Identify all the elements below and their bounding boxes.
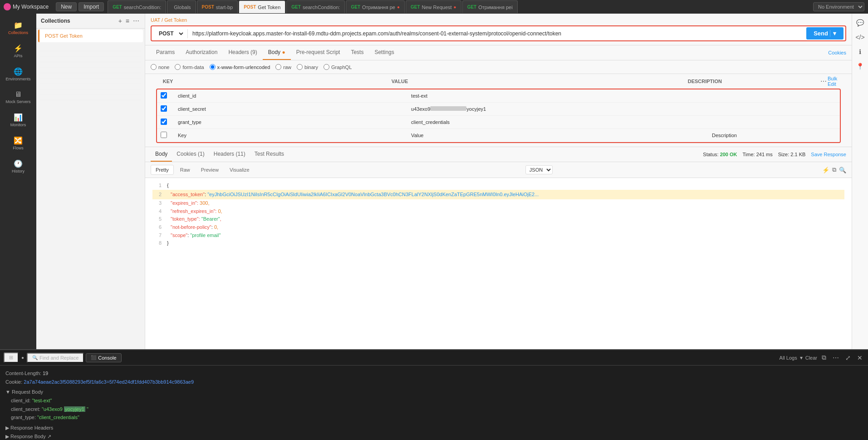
copy-btn[interactable]: ⧉ — [820, 352, 828, 363]
req-tab-headers[interactable]: Headers (9) — [223, 45, 262, 60]
tab-tab7[interactable]: GETNew Request● — [406, 0, 461, 13]
row-checkbox[interactable] — [161, 132, 167, 138]
tab-tab2[interactable]: Globals — [167, 0, 196, 13]
table-row — [157, 116, 840, 129]
resp-body-tab-pretty[interactable]: Pretty — [151, 165, 174, 175]
response-tab-test-results[interactable]: Test Results — [250, 147, 289, 162]
bulk-edit-btn[interactable]: Bulk Edit — [828, 76, 846, 87]
sidebar-item-flows[interactable]: 🔀Flows — [2, 133, 34, 154]
new-button[interactable]: New — [56, 2, 77, 11]
resp-body-tab-raw[interactable]: Raw — [176, 165, 195, 174]
tab-tab8[interactable]: GETОтримання реі — [462, 0, 518, 13]
sidebar-item-environments[interactable]: 🌐Environments — [2, 64, 34, 85]
row-checkbox[interactable] — [161, 105, 167, 112]
desc-input[interactable] — [712, 133, 834, 138]
option-none[interactable]: none — [151, 64, 169, 70]
key-input[interactable] — [178, 93, 400, 99]
req-tab-pre-request[interactable]: Pre-request Script — [291, 45, 346, 60]
search-icon: 🔍 — [32, 355, 38, 360]
row-checkbox[interactable] — [161, 92, 167, 99]
tab-tab1[interactable]: GETsearchCondition: — [108, 0, 166, 13]
table-more-btn[interactable]: ⋯ — [819, 77, 828, 86]
json-content: 1 { 2 "access_token": "eyJhbGciOiJSUzI1N… — [145, 178, 852, 349]
environment-select[interactable]: No Environment — [813, 2, 864, 11]
tab-method: GET — [351, 5, 360, 10]
sidebar-label: Collections — [8, 30, 28, 35]
send-arrow[interactable]: ▾ — [830, 30, 836, 37]
panel-item-uat[interactable]: POST Get Token — [38, 30, 143, 42]
desc-input[interactable] — [712, 106, 834, 112]
req-tab-body[interactable]: Body ● — [263, 45, 291, 60]
console-response-headers[interactable]: ▶ Response Headers — [5, 424, 863, 432]
console-tab[interactable]: ⬛ Console — [86, 353, 121, 362]
more-btn[interactable]: ⋯ — [132, 16, 140, 25]
code-icon[interactable]: </> — [853, 32, 866, 43]
find-replace-tab[interactable]: 🔍 Find and Replace — [27, 353, 84, 363]
clear-button[interactable]: Clear — [805, 355, 817, 361]
key-input[interactable] — [178, 106, 400, 112]
option-binary[interactable]: binary — [297, 64, 318, 70]
workspace-name[interactable]: My Workspace — [4, 3, 49, 10]
save-response-btn[interactable]: Save Response — [811, 152, 846, 157]
value-input[interactable] — [411, 119, 701, 125]
grid-icon-btn[interactable]: ⊞ — [4, 352, 19, 363]
copy-resp-btn[interactable]: ⧉ — [832, 166, 836, 173]
send-button[interactable]: Send ▾ — [806, 27, 843, 40]
info-icon[interactable]: ℹ — [857, 46, 863, 57]
req-tab-params[interactable]: Params — [151, 45, 180, 60]
flows-icon: 🔀 — [14, 136, 23, 145]
method-select[interactable]: POST — [153, 28, 185, 39]
tab-label: Отримання ре — [362, 5, 395, 10]
sidebar-item-history[interactable]: 🕐History — [2, 156, 34, 177]
tab-label: Get Token — [258, 5, 280, 10]
option-graphql[interactable]: GraphQL — [324, 64, 352, 70]
sidebar-item-collections[interactable]: 📁Collections — [2, 17, 34, 39]
tab-tab3[interactable]: POSTstart-bp — [197, 0, 238, 13]
option-urlencoded[interactable]: x-www-form-urlencoded — [210, 64, 270, 70]
menu-btn[interactable]: ≡ — [125, 16, 130, 25]
tab-tab4[interactable]: POSTGet Token — [239, 0, 285, 13]
req-tab-label: Settings — [374, 49, 394, 55]
option-raw[interactable]: raw — [275, 64, 291, 70]
panel-title: Collections — [41, 18, 118, 24]
desc-input[interactable] — [712, 93, 834, 99]
console-response-body[interactable]: ▶ Response Body ↗ — [5, 432, 863, 440]
response-tab-body[interactable]: Body — [151, 147, 172, 162]
line-num: 7 — [152, 232, 162, 240]
resp-body-tab-preview[interactable]: Preview — [196, 165, 223, 174]
tab-tab6[interactable]: GETОтримання ре● — [346, 0, 405, 13]
more-btn-console[interactable]: ⋯ — [831, 352, 841, 363]
response-tab-headers[interactable]: Headers (11) — [209, 147, 250, 162]
cookies-link[interactable]: Cookies — [828, 50, 846, 55]
add-collection-btn[interactable]: + — [118, 16, 123, 25]
tab-tab5[interactable]: GETsearchCondition: — [286, 0, 345, 13]
desc-input[interactable] — [712, 119, 834, 125]
req-tab-tests[interactable]: Tests — [345, 45, 369, 60]
find-replace-label: Find and Replace — [39, 355, 78, 361]
key-input[interactable] — [178, 119, 400, 125]
resp-body-tab-visualize[interactable]: Visualize — [225, 165, 254, 174]
value-input[interactable] — [411, 133, 701, 138]
sidebar-item-mock-servers[interactable]: 🖥Mock Servers — [2, 87, 34, 108]
row-checkbox[interactable] — [161, 119, 167, 125]
import-button[interactable]: Import — [78, 2, 104, 11]
comments-icon[interactable]: 💬 — [854, 17, 866, 28]
option-formdata[interactable]: form-data — [175, 64, 204, 70]
sidebar-item-apis[interactable]: ⚡APIs — [2, 40, 34, 62]
cookie-value: 2a7a74aeae2ac3f5088293ef5f1fa6c3=5f74ed2… — [24, 379, 194, 385]
value-input[interactable] — [411, 93, 701, 99]
search-resp-btn[interactable]: 🔍 — [839, 166, 846, 173]
expand-btn[interactable]: ⤢ — [843, 352, 853, 363]
json-line-7: 7 "scope": "profile email" — [152, 232, 844, 240]
response-tab-cookies[interactable]: Cookies (1) — [172, 147, 209, 162]
url-input[interactable] — [191, 29, 804, 39]
close-console-btn[interactable]: ✕ — [855, 352, 864, 363]
sidebar-item-monitors[interactable]: 📊Monitors — [2, 109, 34, 131]
filter-btn[interactable]: ⚡ — [822, 166, 829, 173]
key-input[interactable] — [178, 133, 400, 138]
req-tab-authorization[interactable]: Authorization — [180, 45, 223, 60]
req-tab-settings[interactable]: Settings — [369, 45, 399, 60]
location-icon[interactable]: 📍 — [854, 61, 866, 72]
tab-label: searchCondition: — [303, 5, 340, 10]
format-select[interactable]: JSONXMLHTMLText — [525, 165, 553, 174]
